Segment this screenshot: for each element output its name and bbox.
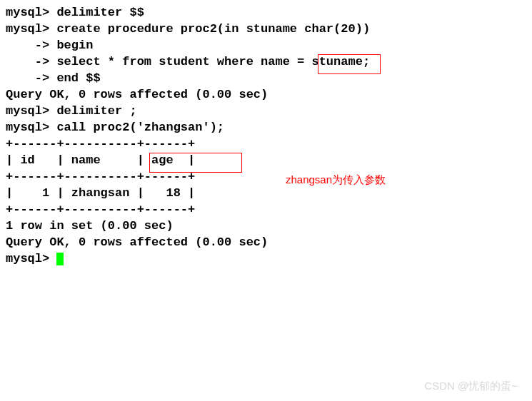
annotation-text: zhangsan为传入参数 xyxy=(286,171,386,188)
cursor-icon xyxy=(56,253,64,265)
terminal-prompt-line[interactable]: mysql> xyxy=(6,250,526,267)
terminal-output: mysql> delimiter $$ mysql> create proced… xyxy=(6,4,526,267)
terminal-line: | 1 | zhangsan | 18 | xyxy=(6,185,526,201)
watermark-text: CSDN @忧郁的蛋~ xyxy=(424,377,518,394)
terminal-prompt: mysql> xyxy=(6,252,56,265)
terminal-line: mysql> create procedure proc2(in stuname… xyxy=(6,21,526,37)
terminal-line: | id | name | age | xyxy=(6,152,526,168)
terminal-line: 1 row in set (0.00 sec) xyxy=(6,218,526,234)
terminal-line: +------+----------+------+ xyxy=(6,136,526,152)
terminal-line: mysql> delimiter $$ xyxy=(6,4,526,21)
terminal-line: Query OK, 0 rows affected (0.00 sec) xyxy=(6,86,526,103)
terminal-line: mysql> call proc2('zhangsan'); xyxy=(6,119,526,136)
terminal-line: mysql> delimiter ; xyxy=(6,103,526,119)
terminal-line: Query OK, 0 rows affected (0.00 sec) xyxy=(6,234,526,250)
terminal-line: -> end $$ xyxy=(6,70,526,86)
terminal-line: +------+----------+------+ xyxy=(6,201,526,218)
terminal-line: -> begin xyxy=(6,37,526,54)
terminal-line: +------+----------+------+ xyxy=(6,168,526,185)
terminal-line: -> select * from student where name = st… xyxy=(6,54,526,70)
